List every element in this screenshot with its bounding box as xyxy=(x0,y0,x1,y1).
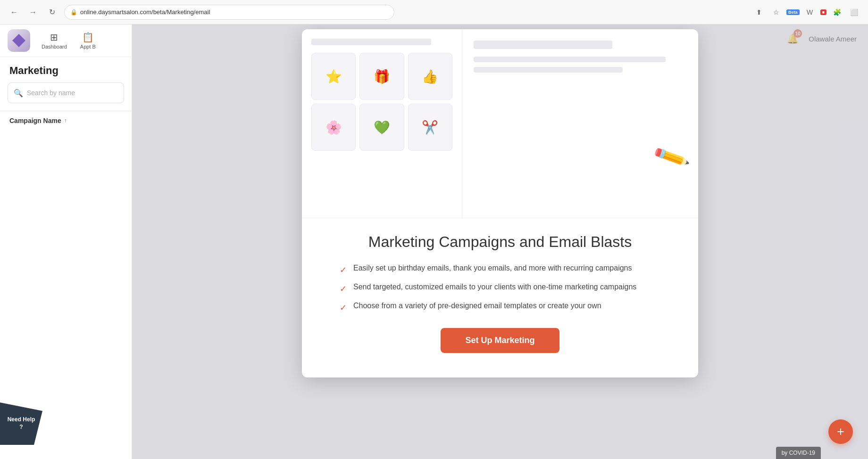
heart-icon: 💚 xyxy=(374,120,390,135)
red-badge: ■ xyxy=(820,9,826,15)
need-help-icon: ? xyxy=(8,424,35,431)
app-logo[interactable] xyxy=(8,29,30,52)
address-bar[interactable]: 🔒 online.daysmartsalon.com/beta/Marketin… xyxy=(64,5,394,20)
url-text: online.daysmartsalon.com/beta/Marketing/… xyxy=(80,8,210,16)
modal-left-panel: ⭐ 🎁 👍 🌸 💚 xyxy=(302,29,462,218)
modal-title: Marketing Campaigns and Email Blasts xyxy=(325,233,676,251)
scissors-icon: ✂️ xyxy=(422,120,438,135)
sidebar-top-nav: ⊞ Dashboard 📋 Appt B xyxy=(0,25,132,57)
grid-cell-3: 👍 xyxy=(408,53,452,100)
appt-icon: 📋 xyxy=(82,32,94,43)
sidebar-item-dashboard[interactable]: ⊞ Dashboard xyxy=(40,30,69,51)
feature-text-2: Send targeted, customized emails to your… xyxy=(353,283,636,291)
beta-badge: Beta xyxy=(786,9,800,15)
search-placeholder: Search by name xyxy=(27,89,75,97)
modal-overlay: ⭐ 🎁 👍 🌸 💚 xyxy=(132,25,868,459)
campaign-name-label: Campaign Name xyxy=(9,117,61,124)
check-icon-1: ✓ xyxy=(340,265,347,275)
page-title: Marketing xyxy=(0,57,132,82)
feature-item-3: ✓ Choose from a variety of pre-designed … xyxy=(340,302,660,313)
extension-btn-1[interactable]: W xyxy=(803,6,817,19)
search-icon: 🔍 xyxy=(14,89,23,98)
sidebar: ⊞ Dashboard 📋 Appt B Marketing 🔍 Search … xyxy=(0,25,132,459)
check-icon-3: ✓ xyxy=(340,303,347,313)
modal-bottom: Marketing Campaigns and Email Blasts ✓ E… xyxy=(302,218,698,377)
window-button[interactable]: ⬜ xyxy=(847,6,860,19)
back-button[interactable]: ← xyxy=(8,6,21,19)
main-content: 🔔 10 Olawale Ameer ⭐ xyxy=(132,25,868,459)
skeleton-grid: ⭐ 🎁 👍 🌸 💚 xyxy=(311,53,452,151)
feature-text-3: Choose from a variety of pre-designed em… xyxy=(353,302,601,310)
app-layout: ⊞ Dashboard 📋 Appt B Marketing 🔍 Search … xyxy=(0,25,868,459)
skeleton-title xyxy=(474,41,612,49)
browser-actions: ⬆ ☆ Beta W ■ 🧩 ⬜ xyxy=(752,6,860,19)
grid-cell-5: 💚 xyxy=(359,104,404,151)
flower-icon: 🌸 xyxy=(326,120,342,135)
feature-list: ✓ Easily set up birthday emails, thank y… xyxy=(340,264,660,313)
covid-notice: by COVID-19 xyxy=(776,447,821,459)
sidebar-item-appt[interactable]: 📋 Appt B xyxy=(78,30,98,51)
feature-text-1: Easily set up birthday emails, thank you… xyxy=(353,264,632,272)
need-help-text: Need Help xyxy=(8,416,35,424)
browser-chrome: ← → ↻ 🔒 online.daysmartsalon.com/beta/Ma… xyxy=(0,0,868,25)
modal-right-panel: ✏️ xyxy=(462,29,698,218)
pencil-icon: ✏️ xyxy=(651,138,692,177)
logo-shape xyxy=(12,34,25,47)
forward-button[interactable]: → xyxy=(26,6,40,19)
share-button[interactable]: ⬆ xyxy=(752,6,766,19)
search-box[interactable]: 🔍 Search by name xyxy=(8,82,124,103)
skeleton-bar-1 xyxy=(311,39,431,45)
grid-cell-2: 🎁 xyxy=(359,53,404,100)
grid-cell-1: ⭐ xyxy=(311,53,356,100)
plus-icon: + xyxy=(837,424,844,439)
grid-cell-4: 🌸 xyxy=(311,104,356,151)
skeleton-line-1 xyxy=(474,57,666,62)
set-up-marketing-button[interactable]: Set Up Marketing xyxy=(441,328,559,353)
star-icon: ⭐ xyxy=(326,69,342,84)
gift-icon: 🎁 xyxy=(374,69,390,84)
puzzle-button[interactable]: 🧩 xyxy=(830,6,843,19)
modal-card: ⭐ 🎁 👍 🌸 💚 xyxy=(302,29,698,377)
feature-item-1: ✓ Easily set up birthday emails, thank y… xyxy=(340,264,660,275)
grid-cell-6: ✂️ xyxy=(408,104,452,151)
feature-item-2: ✓ Send targeted, customized emails to yo… xyxy=(340,283,660,294)
lock-icon: 🔒 xyxy=(70,9,77,16)
campaign-header: Campaign Name ↑ xyxy=(0,111,132,130)
sort-icon[interactable]: ↑ xyxy=(64,117,67,124)
check-icon-2: ✓ xyxy=(340,284,347,294)
dashboard-icon: ⊞ xyxy=(50,32,58,43)
skeleton-line-2 xyxy=(474,67,623,73)
fab-add-button[interactable]: + xyxy=(828,419,853,444)
refresh-button[interactable]: ↻ xyxy=(45,6,58,19)
modal-top: ⭐ 🎁 👍 🌸 💚 xyxy=(302,29,698,218)
thumbsup-icon: 👍 xyxy=(422,69,438,84)
bookmark-button[interactable]: ☆ xyxy=(769,6,783,19)
